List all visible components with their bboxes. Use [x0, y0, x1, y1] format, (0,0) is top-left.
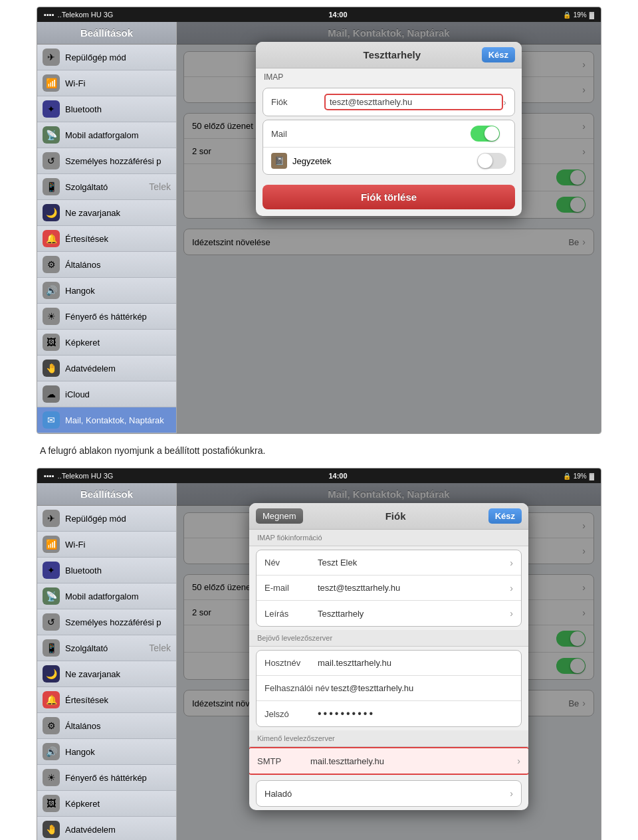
- modal-group-smtp: SMTP mail.teszttarhely.hu ›: [249, 747, 528, 775]
- sidebar-item-mail[interactable]: ✉ Mail, Kontaktok, Naptárak: [37, 407, 176, 433]
- modal-done-button-2[interactable]: Kész: [488, 508, 522, 524]
- modal-done-button-1[interactable]: Kész: [482, 47, 515, 62]
- frame-icon-2: 🖼: [43, 795, 60, 812]
- screen2: ▪▪▪▪ ..Telekom HU 3G 14:00 🔒 19% ▓ Beáll…: [37, 468, 601, 840]
- modal-row-notes[interactable]: 📓 Jegyzetek: [263, 148, 514, 174]
- dnd-icon-2: 🌙: [43, 665, 60, 682]
- main-content-2: Mail, Kontaktok, Naptárak › ›: [177, 483, 601, 840]
- incoming-label: Bejövő levelezőszerver: [249, 630, 528, 647]
- personal-icon-2: ↺: [43, 613, 60, 631]
- screen1: ▪▪▪▪ ..Telekom HU 3G 14:00 🔒 19% ▓ Beáll…: [37, 7, 601, 434]
- brightness-icon: ☀: [43, 308, 60, 325]
- modal-row-name[interactable]: Név Teszt Elek ›: [257, 550, 521, 576]
- modal-row-smtp[interactable]: SMTP mail.teszttarhely.hu ›: [249, 748, 528, 774]
- sidebar-item-dnd-2[interactable]: 🌙 Ne zavarjanak: [37, 661, 176, 687]
- sidebar-header-2: Beállítások: [37, 483, 176, 506]
- page-wrapper: ▪▪▪▪ ..Telekom HU 3G 14:00 🔒 19% ▓ Beáll…: [0, 0, 638, 840]
- sidebar-item-airplane-2[interactable]: ✈ Repülőgép mód: [37, 506, 176, 532]
- lock-icon: 🔒: [563, 11, 571, 19]
- modal-overlay-2: Megnem Fiók Kész IMAP fiókinformáció Név…: [177, 483, 601, 840]
- sidebar-item-airplane[interactable]: ✈ Repülőgép mód: [37, 45, 176, 70]
- modal-group-incoming: Hosztnév mail.teszttarhely.hu Felhasznál…: [256, 650, 522, 727]
- sidebar-item-dnd[interactable]: 🌙 Ne zavarjanak: [37, 200, 176, 226]
- split-view-1: Beállítások ✈ Repülőgép mód 📶 Wi-Fi ✦ Bl…: [37, 22, 601, 433]
- sidebar-item-personal-2[interactable]: ↺ Személyes hozzáférési p: [37, 609, 176, 635]
- modal-header-1: Teszttarhely Kész: [256, 42, 522, 68]
- clock-1: 14:00: [328, 11, 347, 19]
- clock-2: 14:00: [328, 472, 347, 480]
- modal-group-account: Fiók teszt@teszttarhely.hu ›: [263, 88, 515, 116]
- sidebar-1: Beállítások ✈ Repülőgép mód 📶 Wi-Fi ✦ Bl…: [37, 22, 177, 433]
- sidebar-item-service[interactable]: 📱 Szolgáltató Telek: [37, 174, 176, 200]
- frame-icon: 🖼: [43, 334, 60, 351]
- modal-row-fiok[interactable]: Fiók teszt@teszttarhely.hu ›: [263, 88, 514, 116]
- sidebar-item-icloud[interactable]: ☁ iCloud: [37, 381, 176, 407]
- battery-1: 🔒 19% ▓: [563, 11, 594, 19]
- battery-icon-2: ▓: [589, 472, 594, 480]
- carrier-2: ▪▪▪▪ ..Telekom HU 3G: [44, 472, 113, 480]
- mail-icon: ✉: [43, 411, 60, 429]
- modal-row-username[interactable]: Felhasználói név teszt@teszttarhely.hu: [257, 676, 521, 701]
- modal-1: Teszttarhely Kész IMAP Fiók teszt@tesztt…: [256, 42, 522, 216]
- sidebar-item-wifi[interactable]: 📶 Wi-Fi: [37, 70, 176, 96]
- sidebar-item-wifi-2[interactable]: 📶 Wi-Fi: [37, 532, 176, 558]
- sidebar-item-general[interactable]: ⚙ Általános: [37, 252, 176, 278]
- sidebar-item-notify-2[interactable]: 🔔 Értesítések: [37, 687, 176, 713]
- modal-overlay-1: Teszttarhely Kész IMAP Fiók teszt@tesztt…: [177, 22, 601, 433]
- sidebar-item-service-2[interactable]: 📱 Szolgáltató Telek: [37, 635, 176, 661]
- split-view-2: Beállítások ✈ Repülőgép mód 📶 Wi-Fi ✦ Bl…: [37, 483, 601, 840]
- battery-2: 🔒 19% ▓: [563, 472, 594, 480]
- sidebar-item-general-2[interactable]: ⚙ Általános: [37, 713, 176, 739]
- sidebar-item-notify[interactable]: 🔔 Értesítések: [37, 226, 176, 252]
- modal-2: Megnem Fiók Kész IMAP fiókinformáció Név…: [249, 503, 528, 810]
- modal-row-email[interactable]: E-mail teszt@teszttarhely.hu ›: [257, 576, 521, 601]
- sidebar-item-privacy[interactable]: 🤚 Adatvédelem: [37, 356, 176, 381]
- modal-row-host[interactable]: Hosztnév mail.teszttarhely.hu: [257, 651, 521, 676]
- sidebar-item-brightness[interactable]: ☀ Fényerő és háttérkép: [37, 304, 176, 330]
- sidebar-item-data[interactable]: 📡 Mobil adatforgalom: [37, 122, 176, 148]
- sidebar-item-brightness-2[interactable]: ☀ Fényerő és háttérkép: [37, 765, 176, 791]
- imap-info-label: IMAP fiókinformáció: [249, 530, 528, 546]
- sidebar-item-frame-2[interactable]: 🖼 Képkeret: [37, 791, 176, 817]
- wifi-icon: 📶: [43, 74, 60, 92]
- toggle-notes[interactable]: [477, 153, 506, 169]
- icloud-icon: ☁: [43, 385, 60, 403]
- status-bar-2: ▪▪▪▪ ..Telekom HU 3G 14:00 🔒 19% ▓: [37, 469, 601, 483]
- main-content-1: Mail, Kontaktok, Naptárak › ›: [177, 22, 601, 433]
- general-icon-2: ⚙: [43, 717, 60, 734]
- sidebar-item-privacy-2[interactable]: 🤚 Adatvédelem: [37, 817, 176, 840]
- caption-1: A felugró ablakon nyomjunk a beállított …: [37, 434, 601, 468]
- data-icon: 📡: [43, 126, 60, 144]
- modal-group-advanced: Haladó ›: [256, 780, 522, 807]
- sidebar-item-sound-2[interactable]: 🔊 Hangok: [37, 739, 176, 765]
- sidebar-item-personal[interactable]: ↺ Személyes hozzáférési p: [37, 148, 176, 174]
- bluetooth-icon-2: ✦: [43, 562, 60, 579]
- outgoing-label: Kimenő levelezőszerver: [249, 730, 528, 747]
- battery-icon: ▓: [589, 11, 594, 19]
- brightness-icon-2: ☀: [43, 769, 60, 786]
- privacy-icon: 🤚: [43, 360, 60, 377]
- modal-row-mail[interactable]: Mail: [263, 120, 514, 148]
- notify-icon-2: 🔔: [43, 691, 60, 708]
- sidebar-item-bluetooth[interactable]: ✦ Bluetooth: [37, 96, 176, 122]
- signal-icon: ▪▪▪▪: [44, 11, 54, 19]
- modal-header-2: Megnem Fiók Kész: [249, 503, 528, 530]
- modal-title-1: Teszttarhely: [302, 49, 482, 60]
- modal-row-desc[interactable]: Leírás Teszttarhely ›: [257, 601, 521, 626]
- sidebar-item-data-2[interactable]: 📡 Mobil adatforgalom: [37, 583, 176, 609]
- sidebar-item-frame[interactable]: 🖼 Képkeret: [37, 330, 176, 356]
- modal-group-toggles: Mail 📓 Jegyzetek: [263, 120, 515, 175]
- carrier-1: ▪▪▪▪ ..Telekom HU 3G: [44, 11, 113, 19]
- modal-group-info: Név Teszt Elek › E-mail teszt@teszttarhe…: [256, 550, 522, 627]
- modal-title-2: Fiók: [303, 510, 488, 522]
- modal-row-password[interactable]: Jelszó ••••••••••: [257, 701, 521, 726]
- modal-back-button[interactable]: Megnem: [256, 508, 303, 524]
- privacy-icon-2: 🤚: [43, 821, 60, 838]
- signal-icon-2: ▪▪▪▪: [44, 472, 54, 480]
- modal-row-advanced[interactable]: Haladó ›: [257, 781, 521, 806]
- sidebar-item-bluetooth-2[interactable]: ✦ Bluetooth: [37, 558, 176, 583]
- sidebar-item-sound[interactable]: 🔊 Hangok: [37, 278, 176, 304]
- personal-icon: ↺: [43, 152, 60, 169]
- delete-account-button[interactable]: Fiók törlése: [263, 185, 515, 209]
- toggle-mail[interactable]: [471, 126, 500, 142]
